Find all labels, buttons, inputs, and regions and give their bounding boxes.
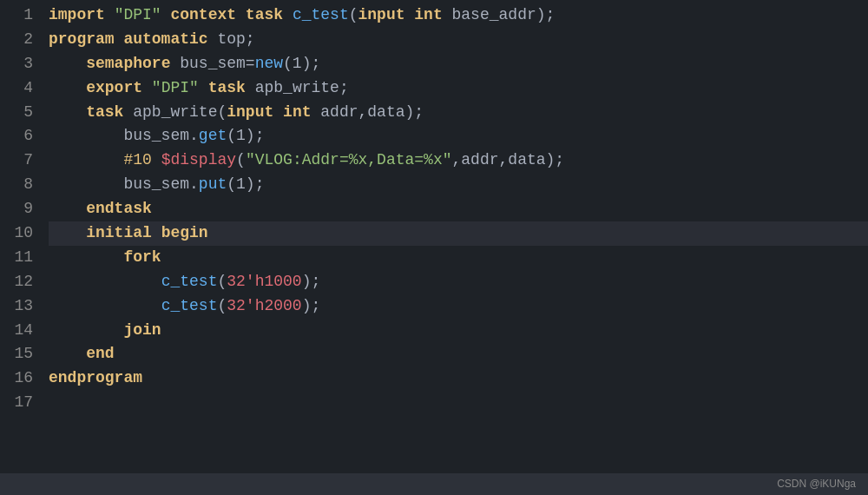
plain-token	[49, 321, 123, 339]
kw-token: initial begin	[86, 224, 207, 241]
fn-token: c_test	[161, 297, 218, 314]
plain-token: (	[349, 6, 358, 23]
code-content[interactable]: import "DPI" context task c_test(input i…	[40, 3, 868, 470]
plain-token: (1);	[227, 127, 264, 144]
code-editor: 1234567891011121314151617 import "DPI" c…	[0, 0, 868, 473]
plain-token: addr,data);	[311, 103, 424, 121]
plain-token	[49, 248, 123, 266]
plain-token	[49, 297, 161, 314]
code-line: initial begin	[49, 221, 868, 246]
plain-token	[152, 151, 161, 168]
code-line: import "DPI" context task c_test(input i…	[49, 3, 868, 28]
line-number: 3	[7, 52, 33, 76]
plain-token: (	[217, 297, 227, 314]
line-number: 12	[7, 270, 33, 294]
line-number: 14	[7, 319, 33, 343]
plain-token: bus_sem.	[49, 175, 199, 193]
code-line: join	[49, 319, 868, 343]
num-token: 32'h1000	[227, 273, 301, 290]
plain-token: (	[236, 151, 246, 168]
kw-token: endprogram	[49, 369, 142, 386]
kw-token: context task	[161, 6, 293, 23]
fn-token: get	[199, 127, 227, 144]
sys-token: $display	[161, 151, 236, 168]
line-number: 6	[7, 124, 33, 148]
fn-token: new	[255, 55, 283, 72]
line-number: 11	[7, 246, 33, 270]
plain-token: base_addr);	[443, 6, 556, 23]
plain-token: top;	[208, 30, 255, 48]
plain-token: (1);	[227, 175, 264, 193]
plain-token	[49, 55, 86, 72]
kw-token: semaphore	[86, 55, 170, 72]
plain-token: (1);	[283, 55, 320, 72]
plain-token: ,addr,data);	[452, 151, 565, 168]
plain-token: (	[217, 273, 227, 290]
num-token: 32'h2000	[227, 297, 301, 314]
fn-token: put	[199, 175, 227, 193]
plain-token: );	[302, 273, 321, 290]
plain-token	[49, 151, 123, 168]
plain-token: apb_write;	[246, 79, 349, 96]
code-line: bus_sem.get(1);	[49, 124, 868, 148]
code-line: export "DPI" task apb_write;	[49, 76, 868, 101]
code-line: bus_sem.put(1);	[49, 173, 868, 197]
line-number: 7	[7, 148, 33, 173]
footer-bar: CSDN @iKUNga	[0, 473, 868, 495]
code-line: program automatic top;	[49, 28, 868, 52]
code-line: #10 $display("VLOG:Addr=%x,Data=%x",addr…	[49, 148, 868, 173]
line-number: 15	[7, 342, 33, 366]
fn-token: c_test	[161, 273, 218, 290]
line-number: 8	[7, 173, 33, 197]
line-number: 2	[7, 28, 33, 52]
plain-token: apb_write(	[123, 103, 227, 121]
watermark: CSDN @iKUNga	[777, 476, 856, 492]
fn-token: c_test	[293, 6, 349, 23]
code-line: endprogram	[49, 366, 868, 391]
kw-token: endtask	[86, 200, 152, 217]
delay-token: #10	[123, 151, 151, 168]
plain-token	[49, 345, 86, 362]
plain-token	[49, 224, 86, 241]
str-token: "DPI"	[152, 79, 199, 96]
code-line: c_test(32'h1000);	[49, 270, 868, 294]
plain-token: bus_sem=	[170, 55, 254, 72]
line-number: 5	[7, 101, 33, 125]
code-line: c_test(32'h2000);	[49, 294, 868, 319]
line-number: 16	[7, 366, 33, 391]
kw-token: end	[86, 345, 114, 362]
line-number: 17	[7, 391, 33, 415]
kw-token: fork	[123, 248, 161, 266]
str-token: "VLOG:Addr=%x,Data=%x"	[246, 151, 452, 168]
line-number-gutter: 1234567891011121314151617	[0, 3, 40, 470]
code-line: endtask	[49, 197, 868, 221]
str-token: "DPI"	[115, 6, 161, 23]
kw-token: join	[123, 321, 161, 339]
line-number: 10	[7, 221, 33, 246]
line-number: 4	[7, 76, 33, 101]
code-line: task apb_write(input int addr,data);	[49, 101, 868, 125]
kw-token: export	[86, 79, 152, 96]
code-line: fork	[49, 246, 868, 270]
line-number: 13	[7, 294, 33, 319]
plain-token	[49, 200, 86, 217]
kw-token: import	[49, 6, 115, 23]
kw-token: input int	[227, 103, 311, 121]
plain-token: bus_sem.	[49, 127, 199, 144]
plain-token	[49, 79, 86, 96]
plain-token	[49, 103, 86, 121]
plain-token	[49, 273, 161, 290]
plain-token: );	[302, 297, 321, 314]
code-line: end	[49, 342, 868, 366]
kw-token: task	[86, 103, 123, 121]
line-number: 1	[7, 3, 33, 28]
kw-token: task	[199, 79, 246, 96]
code-line: semaphore bus_sem=new(1);	[49, 52, 868, 76]
kw-token: program automatic	[49, 30, 208, 48]
kw-token: input int	[358, 6, 443, 23]
line-number: 9	[7, 197, 33, 221]
